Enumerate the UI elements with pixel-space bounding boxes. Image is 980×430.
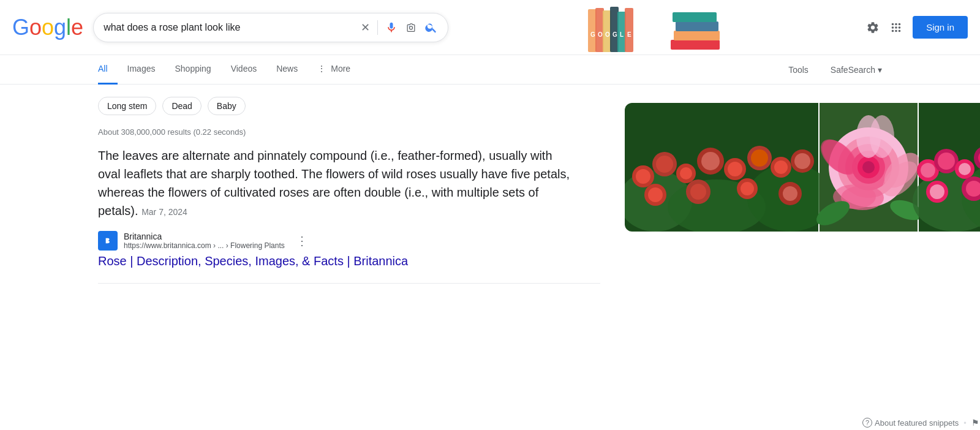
settings-button[interactable] <box>866 21 880 34</box>
apps-button[interactable] <box>889 21 903 34</box>
tools-button[interactable]: Tools <box>778 55 818 85</box>
tab-all[interactable]: All <box>98 55 118 85</box>
svg-point-48 <box>783 186 797 201</box>
svg-point-72 <box>938 153 955 170</box>
source-name: Britannica <box>124 232 285 241</box>
separator: • <box>963 418 967 428</box>
source-details: Britannica https://www.britannica.com › … <box>124 232 285 250</box>
svg-rect-14 <box>674 31 720 40</box>
flag-icon: ⚑ <box>971 418 979 428</box>
camera-icon <box>405 21 417 34</box>
svg-text:O: O <box>598 31 603 38</box>
mic-button[interactable] <box>385 21 398 34</box>
lens-button[interactable] <box>405 21 417 34</box>
britannica-logo <box>102 235 114 247</box>
logo-g2: g <box>54 15 66 40</box>
source-info: Britannica https://www.britannica.com › … <box>98 231 600 251</box>
header-actions: Sign in <box>866 16 968 39</box>
svg-text:G: G <box>612 31 617 38</box>
bottom-bar: ? About featured snippets • ⚑ Feedback <box>625 418 980 428</box>
refinement-chips: Long stem Dead Baby <box>98 97 600 115</box>
tab-shopping[interactable]: Shopping <box>165 55 221 85</box>
safesearch-button[interactable]: SafeSearch ▾ <box>831 65 882 75</box>
svg-point-38 <box>774 160 788 174</box>
svg-point-28 <box>656 156 673 173</box>
source-more-button[interactable]: ⋮ <box>296 233 308 248</box>
results-count: About 308,000,000 results (0.22 seconds) <box>98 127 600 137</box>
svg-rect-16 <box>673 12 717 22</box>
search-bar: what does a rose plant look like ✕ <box>93 13 448 42</box>
rose-images-collage[interactable] <box>625 103 980 232</box>
search-icon <box>424 21 438 34</box>
svg-point-44 <box>690 184 706 200</box>
main-content: Long stem Dead Baby About 308,000,000 re… <box>0 85 980 428</box>
logo-l: l <box>66 15 71 40</box>
clear-button[interactable]: ✕ <box>361 21 370 34</box>
sign-in-button[interactable]: Sign in <box>913 16 968 39</box>
question-icon: ? <box>862 418 872 428</box>
svg-text:O: O <box>605 31 610 38</box>
right-column: ? About featured snippets • ⚑ Feedback <box>600 97 980 428</box>
svg-rect-15 <box>676 21 718 31</box>
feedback-button[interactable]: ⚑ Feedback <box>971 418 980 428</box>
logo-e: e <box>71 15 83 40</box>
google-logo[interactable]: Google <box>12 15 83 40</box>
about-snippets-button[interactable]: ? About featured snippets <box>862 418 959 428</box>
search-button[interactable] <box>424 21 438 34</box>
search-icons: ✕ <box>361 20 438 35</box>
result-divider <box>98 283 600 284</box>
svg-point-80 <box>930 184 944 199</box>
svg-rect-4 <box>610 7 619 52</box>
tab-videos[interactable]: Videos <box>221 55 267 85</box>
source-favicon <box>98 231 118 251</box>
svg-point-74 <box>959 163 971 175</box>
nav-tabs: All Images Shopping Videos News ⋮ More <box>98 55 778 85</box>
svg-text:G: G <box>590 31 595 38</box>
svg-point-70 <box>921 163 935 178</box>
svg-text:L: L <box>620 31 624 38</box>
left-column: Long stem Dead Baby About 308,000,000 re… <box>98 97 600 428</box>
header: Google what does a rose plant look like … <box>0 0 980 55</box>
logo-o1: o <box>29 15 42 40</box>
chip-long-stem[interactable]: Long stem <box>98 97 156 115</box>
snippet-date: Mar 7, 2024 <box>141 207 187 217</box>
rose-images-panel <box>625 103 980 234</box>
tab-images[interactable]: Images <box>118 55 165 85</box>
mic-icon <box>385 21 398 34</box>
svg-point-26 <box>636 169 650 184</box>
chevron-down-icon: ▾ <box>878 65 882 75</box>
chip-baby[interactable]: Baby <box>208 97 246 115</box>
svg-point-30 <box>680 167 692 179</box>
svg-point-36 <box>751 149 768 167</box>
search-input[interactable]: what does a rose plant look like <box>104 22 361 33</box>
settings-icon <box>866 21 880 34</box>
search-nav: All Images Shopping Videos News ⋮ More T… <box>0 55 980 85</box>
svg-point-46 <box>741 182 754 195</box>
doodle-svg: G O O G L E <box>551 0 747 55</box>
svg-rect-13 <box>671 40 720 50</box>
svg-point-40 <box>794 153 810 169</box>
tab-news[interactable]: News <box>266 55 307 85</box>
svg-point-55 <box>862 161 875 173</box>
svg-text:E: E <box>627 31 631 38</box>
svg-rect-6 <box>625 8 633 52</box>
result-link[interactable]: Rose | Description, Species, Images, & F… <box>98 254 600 268</box>
divider-line <box>377 20 378 35</box>
more-dots-icon: ⋮ <box>317 64 326 74</box>
svg-point-42 <box>648 187 663 202</box>
logo-g: G <box>12 15 29 40</box>
svg-rect-2 <box>595 8 604 52</box>
svg-point-32 <box>701 152 720 170</box>
svg-point-60 <box>870 115 894 158</box>
apps-grid-icon <box>889 21 903 34</box>
svg-rect-1 <box>588 9 597 52</box>
tab-more[interactable]: ⋮ More <box>307 55 360 85</box>
chip-dead[interactable]: Dead <box>162 97 201 115</box>
svg-point-34 <box>728 162 742 176</box>
source-url: https://www.britannica.com › ... › Flowe… <box>124 241 285 250</box>
featured-snippet: The leaves are alternate and pinnately c… <box>98 146 576 220</box>
svg-point-0 <box>410 26 413 29</box>
doodle-decoration: G O O G L E <box>551 0 784 55</box>
logo-o2: o <box>42 15 54 40</box>
